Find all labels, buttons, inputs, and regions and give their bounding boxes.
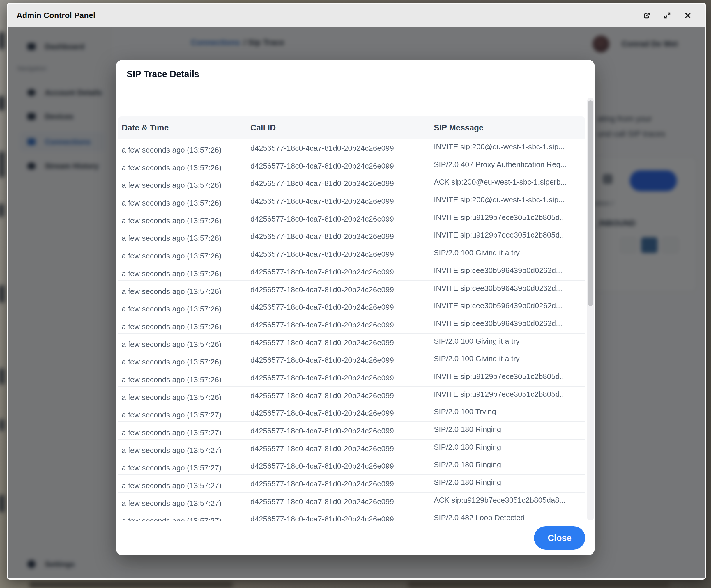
table-row: a few seconds ago (13:57:27) d4256577-18… [117, 510, 585, 521]
cell-date-time: a few seconds ago (13:57:27) [117, 457, 246, 472]
backdrop-smudge [29, 582, 233, 588]
cell-date-time: a few seconds ago (13:57:27) [117, 422, 246, 436]
cell-date-time: a few seconds ago (13:57:27) [117, 475, 246, 489]
cell-date-time: a few seconds ago (13:57:26) [117, 387, 246, 401]
cell-sip-message: INVITE sip:cee30b596439b0d0262d... [430, 316, 585, 327]
cell-sip-message: INVITE sip:cee30b596439b0d0262d... [430, 263, 585, 274]
cell-call-id: d4256577-18c0-4ca7-81d0-20b24c26e099 [246, 298, 430, 311]
trace-table-scroll-area[interactable]: Date & Time Call ID SIP Message a few se… [116, 96, 595, 521]
cell-date-time: a few seconds ago (13:57:27) [117, 493, 246, 507]
table-row: a few seconds ago (13:57:27) d4256577-18… [117, 439, 585, 457]
cell-date-time: a few seconds ago (13:57:26) [117, 227, 246, 242]
cell-sip-message: SIP/2.0 100 Giving it a try [430, 245, 585, 257]
cell-date-time: a few seconds ago (13:57:26) [117, 298, 246, 313]
cell-call-id: d4256577-18c0-4ca7-81d0-20b24c26e099 [246, 493, 430, 505]
open-external-icon[interactable] [643, 11, 651, 20]
cell-sip-message: SIP/2.0 482 Loop Detected [430, 510, 585, 521]
modal-scrollbar-thumb[interactable] [588, 101, 593, 306]
cell-call-id: d4256577-18c0-4ca7-81d0-20b24c26e099 [246, 139, 430, 152]
table-row: a few seconds ago (13:57:26) d4256577-18… [117, 174, 585, 192]
cell-call-id: d4256577-18c0-4ca7-81d0-20b24c26e099 [246, 387, 430, 399]
backdrop-smudge [408, 582, 670, 588]
table-body: a few seconds ago (13:57:26) d4256577-18… [117, 139, 585, 521]
cell-sip-message: SIP/2.0 100 Trying [430, 404, 585, 415]
cell-date-time: a few seconds ago (13:57:26) [117, 192, 246, 207]
trace-table: Date & Time Call ID SIP Message a few se… [117, 116, 585, 521]
column-header-sip-message: SIP Message [430, 123, 585, 132]
cell-date-time: a few seconds ago (13:57:26) [117, 316, 246, 330]
cell-sip-message: INVITE sip:u9129b7ece3051c2b805d... [430, 210, 585, 221]
cell-sip-message: SIP/2.0 180 Ringing [430, 439, 585, 451]
cell-sip-message: INVITE sip:u9129b7ece3051c2b805d... [430, 369, 585, 380]
table-row: a few seconds ago (13:57:27) d4256577-18… [117, 492, 585, 510]
table-row: a few seconds ago (13:57:27) d4256577-18… [117, 457, 585, 475]
cell-date-time: a few seconds ago (13:57:26) [117, 351, 246, 366]
cell-sip-message: SIP/2.0 100 Giving it a try [430, 351, 585, 363]
cell-sip-message: SIP/2.0 407 Proxy Authentication Req... [430, 157, 585, 168]
cell-sip-message: INVITE sip:200@eu-west-1-sbc-1.sip... [430, 139, 585, 151]
backdrop-smudge [0, 96, 5, 111]
cell-call-id: d4256577-18c0-4ca7-81d0-20b24c26e099 [246, 245, 430, 258]
cell-date-time: a few seconds ago (13:57:26) [117, 174, 246, 189]
table-row: a few seconds ago (13:57:26) d4256577-18… [117, 298, 585, 315]
cell-sip-message: SIP/2.0 180 Ringing [430, 457, 585, 469]
backdrop-smudge [0, 368, 5, 385]
table-row: a few seconds ago (13:57:26) d4256577-18… [117, 315, 585, 333]
cell-date-time: a few seconds ago (13:57:27) [117, 510, 246, 521]
table-row: a few seconds ago (13:57:27) d4256577-18… [117, 404, 585, 421]
table-row: a few seconds ago (13:57:26) d4256577-18… [117, 139, 585, 157]
cell-date-time: a few seconds ago (13:57:26) [117, 263, 246, 277]
cell-call-id: d4256577-18c0-4ca7-81d0-20b24c26e099 [246, 227, 430, 240]
table-row: a few seconds ago (13:57:26) d4256577-18… [117, 245, 585, 263]
backdrop-smudge [0, 151, 5, 178]
cell-sip-message: INVITE sip:cee30b596439b0d0262d... [430, 298, 585, 309]
modal-divider [116, 96, 595, 96]
column-header-call-id: Call ID [246, 123, 430, 132]
cell-sip-message: ACK sip:200@eu-west-1-sbc-1.siperb... [430, 174, 585, 186]
cell-sip-message: SIP/2.0 100 Giving it a try [430, 333, 585, 345]
cell-sip-message: SIP/2.0 180 Ringing [430, 475, 585, 486]
cell-call-id: d4256577-18c0-4ca7-81d0-20b24c26e099 [246, 422, 430, 435]
cell-date-time: a few seconds ago (13:57:26) [117, 369, 246, 383]
table-row: a few seconds ago (13:57:26) d4256577-18… [117, 369, 585, 386]
cell-call-id: d4256577-18c0-4ca7-81d0-20b24c26e099 [246, 510, 430, 521]
cell-call-id: d4256577-18c0-4ca7-81d0-20b24c26e099 [246, 316, 430, 329]
backdrop-smudge [0, 285, 5, 303]
backdrop-smudge [0, 32, 5, 49]
cell-call-id: d4256577-18c0-4ca7-81d0-20b24c26e099 [246, 439, 430, 452]
backdrop-smudge [0, 204, 4, 217]
cell-call-id: d4256577-18c0-4ca7-81d0-20b24c26e099 [246, 192, 430, 205]
cell-call-id: d4256577-18c0-4ca7-81d0-20b24c26e099 [246, 210, 430, 223]
expand-icon[interactable] [663, 11, 672, 20]
cell-date-time: a few seconds ago (13:57:26) [117, 281, 246, 295]
sip-trace-modal: SIP Trace Details Date & Time Call ID SI… [116, 60, 595, 556]
modal-title: SIP Trace Details [127, 69, 199, 80]
cell-sip-message: INVITE sip:u9129b7ece3051c2b805d... [430, 387, 585, 398]
window-title: Admin Control Panel [8, 11, 95, 20]
cell-call-id: d4256577-18c0-4ca7-81d0-20b24c26e099 [246, 333, 430, 346]
cell-call-id: d4256577-18c0-4ca7-81d0-20b24c26e099 [246, 369, 430, 382]
close-window-icon[interactable] [683, 11, 692, 20]
cell-date-time: a few seconds ago (13:57:26) [117, 333, 246, 348]
cell-call-id: d4256577-18c0-4ca7-81d0-20b24c26e099 [246, 351, 430, 364]
cell-call-id: d4256577-18c0-4ca7-81d0-20b24c26e099 [246, 263, 430, 276]
cell-sip-message: ACK sip:u9129b7ece3051c2b805da8... [430, 493, 585, 504]
cell-date-time: a few seconds ago (13:57:26) [117, 210, 246, 224]
backdrop-smudge [0, 495, 5, 512]
cell-call-id: d4256577-18c0-4ca7-81d0-20b24c26e099 [246, 457, 430, 470]
close-button[interactable]: Close [534, 526, 585, 549]
window-titlebar: Admin Control Panel [8, 4, 705, 27]
table-row: a few seconds ago (13:57:26) d4256577-18… [117, 192, 585, 210]
cell-call-id: d4256577-18c0-4ca7-81d0-20b24c26e099 [246, 404, 430, 417]
cell-sip-message: INVITE sip:cee30b596439b0d0262d... [430, 281, 585, 292]
table-row: a few seconds ago (13:57:26) d4256577-18… [117, 263, 585, 280]
cell-date-time: a few seconds ago (13:57:26) [117, 245, 246, 260]
table-row: a few seconds ago (13:57:26) d4256577-18… [117, 351, 585, 369]
table-row: a few seconds ago (13:57:26) d4256577-18… [117, 386, 585, 404]
table-header-row: Date & Time Call ID SIP Message [117, 116, 585, 139]
cell-call-id: d4256577-18c0-4ca7-81d0-20b24c26e099 [246, 157, 430, 170]
table-row: a few seconds ago (13:57:26) d4256577-18… [117, 210, 585, 227]
cell-sip-message: INVITE sip:200@eu-west-1-sbc-1.sip... [430, 192, 585, 203]
cell-sip-message: SIP/2.0 180 Ringing [430, 422, 585, 433]
cell-date-time: a few seconds ago (13:57:26) [117, 157, 246, 171]
